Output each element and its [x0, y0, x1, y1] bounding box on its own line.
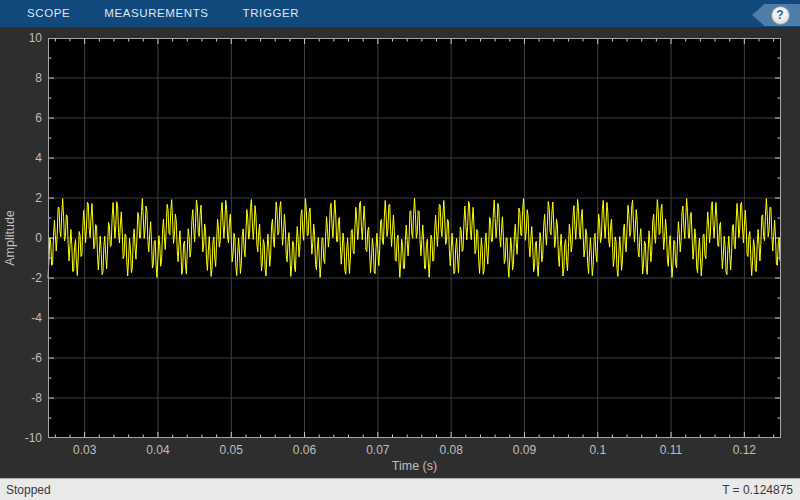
x-tick-label: 0.04	[146, 443, 170, 457]
tab-scope[interactable]: SCOPE	[18, 0, 79, 27]
y-tick-label: 10	[29, 31, 43, 45]
y-tick-label: -10	[25, 431, 43, 445]
y-tick-label: 4	[35, 151, 42, 165]
help-ribbon: ?	[752, 4, 800, 26]
x-tick-label: 0.05	[220, 443, 244, 457]
x-tick-label: 0.07	[366, 443, 390, 457]
x-axis-label: Time (s)	[392, 459, 437, 473]
y-tick-label: -4	[31, 311, 42, 325]
help-button[interactable]: ?	[771, 6, 790, 25]
y-tick-label: 8	[35, 71, 42, 85]
x-tick-label: 0.11	[660, 443, 683, 457]
x-tick-label: 0.08	[439, 443, 463, 457]
tab-measurements[interactable]: MEASUREMENTS	[95, 0, 217, 27]
y-tick-label: 2	[35, 191, 42, 205]
y-tick-label: 0	[35, 231, 42, 245]
x-tick-label: 0.09	[513, 443, 537, 457]
scope-plot-canvas: -10-8-6-4-202468100.030.040.050.060.070.…	[0, 27, 800, 478]
toolstrip: SCOPE MEASUREMENTS TRIGGER ?	[0, 0, 800, 27]
y-tick-label: -8	[31, 391, 42, 405]
x-tick-label: 0.12	[733, 443, 757, 457]
tab-trigger[interactable]: TRIGGER	[234, 0, 309, 27]
simulation-time: T = 0.124875	[722, 483, 793, 497]
plot-panel: -10-8-6-4-202468100.030.040.050.060.070.…	[0, 27, 800, 478]
status-bar: Stopped T = 0.124875	[0, 478, 800, 500]
x-tick-label: 0.1	[589, 443, 606, 457]
x-tick-label: 0.03	[73, 443, 97, 457]
x-tick-label: 0.06	[293, 443, 317, 457]
y-tick-label: 6	[35, 111, 42, 125]
y-tick-label: -6	[31, 351, 42, 365]
y-tick-label: -2	[31, 271, 42, 285]
scope-window: SCOPE MEASUREMENTS TRIGGER ? -10-8-6-4-2…	[0, 0, 800, 500]
status-text: Stopped	[6, 483, 51, 497]
y-axis-label: Amplitude	[3, 210, 17, 266]
